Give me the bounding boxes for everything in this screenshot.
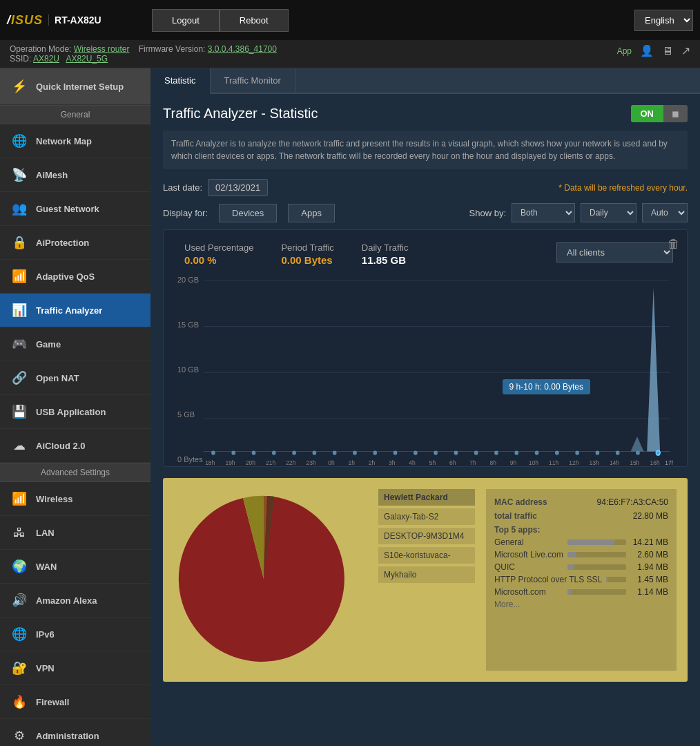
scale-select[interactable]: Auto 1 GB 5 GB: [642, 203, 688, 222]
apps-section-label: Top 5 apps:: [494, 525, 668, 535]
sidebar-item-vpn[interactable]: 🔐 VPN: [0, 651, 150, 685]
tab-traffic-monitor[interactable]: Traffic Monitor: [211, 68, 295, 93]
sidebar-item-open-nat[interactable]: 🔗 Open NAT: [0, 361, 150, 395]
ssid1[interactable]: AX82U: [33, 54, 59, 64]
tab-statistic[interactable]: Statistic: [150, 68, 211, 94]
screen-icon[interactable]: 🖥: [662, 45, 673, 57]
sidebar-item-aicloud[interactable]: ☁ AiCloud 2.0: [0, 429, 150, 463]
sidebar-item-game[interactable]: 🎮 Game: [0, 327, 150, 361]
apps-button[interactable]: Apps: [288, 204, 335, 222]
sidebar-item-traffic-analyzer[interactable]: 📊 Traffic Analyzer: [0, 294, 150, 327]
svg-point-29: [656, 450, 660, 455]
sidebar-item-aiprotection[interactable]: 🔒 AiProtection: [0, 226, 150, 260]
devices-button[interactable]: Devices: [219, 204, 277, 222]
sidebar-item-lan[interactable]: 🖧 LAN: [0, 516, 150, 550]
legend-area: Hewlett Packard Galaxy-Tab-S2 DESKTOP-9M…: [378, 489, 475, 671]
app-size-quic: 1.94 MB: [630, 562, 668, 572]
info-bar: App 👤 🖥 ↗ Operation Mode: Wireless route…: [0, 40, 700, 68]
sidebar-item-firewall[interactable]: 🔥 Firewall: [0, 685, 150, 719]
period-label: Period Traffic: [281, 242, 333, 253]
svg-text:21h: 21h: [266, 459, 275, 466]
legend-item-galaxy[interactable]: Galaxy-Tab-S2: [378, 508, 475, 525]
refresh-note: * Data will be refreshed every hour.: [558, 183, 688, 193]
content-area: Traffic Analyzer - Statistic ON ◼ Traffi…: [150, 94, 700, 746]
legend-item-s10e[interactable]: S10e-koristuvaca-: [378, 547, 475, 564]
sidebar-item-adaptive-qos[interactable]: 📶 Adaptive QoS: [0, 260, 150, 294]
lan-icon: 🖧: [10, 523, 29, 542]
delete-icon[interactable]: 🗑: [668, 237, 680, 251]
app-bar-wrap-general: [567, 539, 626, 545]
ssid-label: SSID:: [10, 54, 31, 64]
toggle-off[interactable]: ◼: [663, 105, 688, 122]
sidebar-item-administration[interactable]: ⚙ Administration: [0, 719, 150, 746]
svg-text:16h: 16h: [650, 459, 659, 466]
legend-item-hp[interactable]: Hewlett Packard: [378, 489, 475, 506]
sidebar-label-traffic-analyzer: Traffic Analyzer: [36, 305, 102, 316]
legend-item-mykhailo[interactable]: Mykhailo: [378, 566, 475, 583]
y-label-15gb: 15 GB: [177, 321, 203, 329]
sidebar-item-quick-setup[interactable]: ⚡ Quick Internet Setup: [0, 68, 150, 105]
sidebar-item-network-map[interactable]: 🌐 Network Map: [0, 124, 150, 158]
sidebar-item-ipv6[interactable]: 🌐 IPv6: [0, 618, 150, 651]
client-select[interactable]: All clients Hewlett Packard Galaxy-Tab-S…: [556, 242, 673, 262]
toggle-on[interactable]: ON: [631, 105, 664, 122]
svg-point-24: [555, 450, 559, 455]
op-mode-value[interactable]: Wireless router: [74, 44, 130, 54]
app-name-ms-live: Microsoft Live.com: [494, 550, 563, 560]
sidebar-item-amazon-alexa[interactable]: 🔊 Amazon Alexa: [0, 584, 150, 618]
svg-point-23: [535, 450, 539, 455]
sidebar-item-usb-application[interactable]: 💾 USB Application: [0, 395, 150, 429]
page-title: Traffic Analyzer - Statistic: [163, 106, 318, 122]
svg-point-25: [575, 450, 579, 455]
sidebar-item-wireless[interactable]: 📶 Wireless: [0, 482, 150, 516]
legend-item-desktop[interactable]: DESKTOP-9M3D1M4: [378, 528, 475, 544]
description: Traffic Analyzer is to analyze the netwo…: [163, 131, 688, 169]
sidebar-item-guest-network[interactable]: 👥 Guest Network: [0, 192, 150, 226]
svg-text:14h: 14h: [610, 459, 619, 466]
svg-text:15h: 15h: [630, 459, 639, 466]
language-select[interactable]: English: [634, 10, 693, 31]
chart-y-labels: 20 GB 15 GB 10 GB 5 GB 0 Bytes: [177, 273, 203, 466]
app-row-quic: QUIC 1.94 MB: [494, 562, 668, 572]
daily-value: 11.85 GB: [362, 254, 406, 266]
last-date-area: Last date: 02/13/2021: [163, 179, 268, 196]
mac-value: 94:E6:F7:A3:CA:50: [597, 497, 668, 507]
quick-setup-icon: ⚡: [10, 77, 29, 96]
sidebar-label-wireless: Wireless: [36, 494, 72, 504]
logout-button[interactable]: Logout: [152, 9, 220, 32]
reboot-button[interactable]: Reboot: [220, 9, 289, 32]
firmware-label: Firmware Version:: [139, 44, 206, 54]
svg-point-26: [596, 450, 600, 455]
firewall-icon: 🔥: [10, 692, 29, 711]
share-icon[interactable]: ↗: [681, 44, 690, 57]
traffic-analyzer-icon: 📊: [10, 300, 29, 320]
sidebar-item-aimesh[interactable]: 📡 AiMesh: [0, 158, 150, 192]
svg-point-14: [353, 450, 357, 455]
used-percentage-stat: Used Percentage 0.00 %: [184, 242, 253, 266]
toggle-switch[interactable]: ON ◼: [631, 105, 688, 122]
period-select[interactable]: Daily Weekly Monthly: [581, 203, 636, 222]
title-bar: Traffic Analyzer - Statistic ON ◼: [163, 105, 688, 122]
y-label-20gb: 20 GB: [177, 276, 203, 284]
svg-text:2h: 2h: [369, 459, 375, 466]
more-link[interactable]: More...: [494, 600, 668, 609]
svg-point-18: [434, 450, 438, 455]
ssid2[interactable]: AX82U_5G: [66, 54, 108, 64]
svg-text:3h: 3h: [389, 459, 395, 466]
svg-text:19h: 19h: [225, 459, 235, 466]
svg-text:12h: 12h: [569, 459, 579, 466]
user-icon[interactable]: 👤: [640, 44, 654, 57]
layout: ⚡ Quick Internet Setup General 🌐 Network…: [0, 68, 700, 746]
sidebar-item-wan[interactable]: 🌍 WAN: [0, 550, 150, 584]
app-row-ms-live: Microsoft Live.com 2.60 MB: [494, 550, 668, 560]
show-by-select[interactable]: Both Download Upload: [512, 203, 575, 222]
firmware-value[interactable]: 3.0.0.4.386_41700: [208, 44, 277, 54]
sidebar-label-vpn: VPN: [36, 663, 55, 673]
svg-text:11h: 11h: [549, 459, 558, 466]
sidebar-label-game: Game: [36, 339, 61, 350]
svg-text:4h: 4h: [409, 459, 415, 466]
used-pct-value: 0.00 %: [184, 254, 217, 266]
chart-wrapper: 20 GB 15 GB 10 GB 5 GB 0 Bytes 9 h-10 h:…: [177, 273, 673, 466]
amazon-alexa-icon: 🔊: [10, 591, 29, 610]
used-pct-label: Used Percentage: [184, 242, 253, 253]
